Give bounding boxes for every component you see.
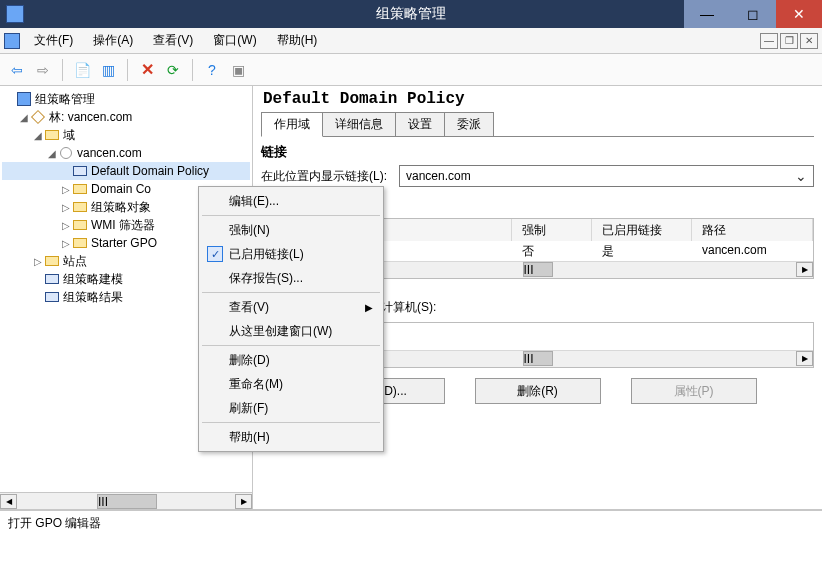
show-links-label: 在此位置内显示链接(L): (261, 168, 387, 185)
show-links-combo[interactable]: vancen.com (399, 165, 814, 187)
tab-settings[interactable]: 设置 (395, 112, 445, 136)
scroll-thumb[interactable]: III (523, 351, 553, 366)
tree-root[interactable]: 组策略管理 (2, 90, 250, 108)
mmc-icon (4, 33, 20, 49)
help-button[interactable]: ? (201, 59, 223, 81)
properties-button[interactable]: 属性(P) (631, 378, 757, 404)
tab-delegation[interactable]: 委派 (444, 112, 494, 136)
ctx-view[interactable]: 查看(V)▶ (201, 295, 381, 319)
mdi-minimize-button[interactable]: — (760, 33, 778, 49)
ctx-enforce[interactable]: 强制(N) (201, 218, 381, 242)
tab-details[interactable]: 详细信息 (322, 112, 396, 136)
cell-path: vancen.com (692, 241, 813, 261)
mdi-restore-button[interactable]: ❐ (780, 33, 798, 49)
toolbar: ⇦ ⇨ 📄 ▥ ✕ ⟳ ? ▣ (0, 54, 822, 86)
window-title: 组策略管理 (376, 5, 446, 23)
tree-sites-label: 站点 (63, 253, 87, 270)
remove-button[interactable]: 删除(R) (475, 378, 601, 404)
close-button[interactable]: ✕ (776, 0, 822, 28)
tree-dc-label: Domain Co (91, 182, 151, 196)
delete-button[interactable]: ✕ (136, 59, 158, 81)
scroll-thumb[interactable]: III (97, 494, 157, 509)
minimize-button[interactable]: — (684, 0, 730, 28)
back-button[interactable]: ⇦ (6, 59, 28, 81)
tree-wmi-label: WMI 筛选器 (91, 217, 155, 234)
show-hide-tree-button[interactable]: ▥ (97, 59, 119, 81)
forward-button[interactable]: ⇨ (32, 59, 54, 81)
maximize-button[interactable]: ◻ (730, 0, 776, 28)
scroll-right-icon[interactable]: ▶ (235, 494, 252, 509)
tree-root-label: 组策略管理 (35, 91, 95, 108)
menu-help[interactable]: 帮助(H) (267, 28, 328, 53)
ctx-link-enabled[interactable]: ✓已启用链接(L) (201, 242, 381, 266)
ctx-save-report[interactable]: 保存报告(S)... (201, 266, 381, 290)
tree-domain-label: vancen.com (77, 146, 142, 160)
col-enforced[interactable]: 强制 (512, 219, 592, 241)
tree-hscrollbar[interactable]: ◀ III ▶ (0, 492, 252, 509)
show-links-value: vancen.com (406, 169, 471, 183)
up-button[interactable]: 📄 (71, 59, 93, 81)
tree-forest[interactable]: ◢林: vancen.com (2, 108, 250, 126)
status-bar: 打开 GPO 编辑器 (0, 510, 822, 536)
tree-domains-label: 域 (63, 127, 75, 144)
tree-ddp-label: Default Domain Policy (91, 164, 209, 178)
ctx-refresh[interactable]: 刷新(F) (201, 396, 381, 420)
ctx-rename[interactable]: 重命名(M) (201, 372, 381, 396)
status-text: 打开 GPO 编辑器 (8, 515, 101, 532)
properties-button[interactable]: ▣ (227, 59, 249, 81)
chevron-right-icon: ▶ (365, 302, 373, 313)
app-icon (6, 5, 24, 23)
page-title: Default Domain Policy (261, 86, 814, 112)
col-link-enabled[interactable]: 已启用链接 (592, 219, 692, 241)
mdi-close-button[interactable]: ✕ (800, 33, 818, 49)
col-path[interactable]: 路径 (692, 219, 813, 241)
tree-forest-label: 林: vancen.com (49, 109, 132, 126)
tree-gpo-label: 组策略对象 (91, 199, 151, 216)
menu-bar: 文件(F) 操作(A) 查看(V) 窗口(W) 帮助(H) — ❐ ✕ (0, 28, 822, 54)
cell-link-enabled: 是 (592, 241, 692, 261)
tree-results-label: 组策略结果 (63, 289, 123, 306)
context-menu: 编辑(E)... 强制(N) ✓已启用链接(L) 保存报告(S)... 查看(V… (198, 186, 384, 452)
menu-action[interactable]: 操作(A) (83, 28, 143, 53)
check-icon: ✓ (207, 246, 223, 262)
link-heading: 链接 (261, 143, 814, 161)
tree-modeling-label: 组策略建模 (63, 271, 123, 288)
scroll-right-icon[interactable]: ▶ (796, 351, 813, 366)
tab-scope[interactable]: 作用域 (261, 112, 323, 137)
ctx-delete[interactable]: 删除(D) (201, 348, 381, 372)
menu-window[interactable]: 窗口(W) (203, 28, 266, 53)
ctx-edit[interactable]: 编辑(E)... (201, 189, 381, 213)
tree-starter-label: Starter GPO (91, 236, 157, 250)
cell-enforced: 否 (512, 241, 592, 261)
ctx-new-window[interactable]: 从这里创建窗口(W) (201, 319, 381, 343)
scroll-left-icon[interactable]: ◀ (0, 494, 17, 509)
scroll-thumb[interactable]: III (523, 262, 553, 277)
menu-file[interactable]: 文件(F) (24, 28, 83, 53)
tabs: 作用域 详细信息 设置 委派 (261, 112, 814, 137)
refresh-button[interactable]: ⟳ (162, 59, 184, 81)
scroll-right-icon[interactable]: ▶ (796, 262, 813, 277)
tree-domains[interactable]: ◢域 (2, 126, 250, 144)
ctx-help[interactable]: 帮助(H) (201, 425, 381, 449)
tree-domain[interactable]: ◢vancen.com (2, 144, 250, 162)
menu-view[interactable]: 查看(V) (143, 28, 203, 53)
title-bar: 组策略管理 — ◻ ✕ (0, 0, 822, 28)
tree-default-domain-policy[interactable]: Default Domain Policy (2, 162, 250, 180)
